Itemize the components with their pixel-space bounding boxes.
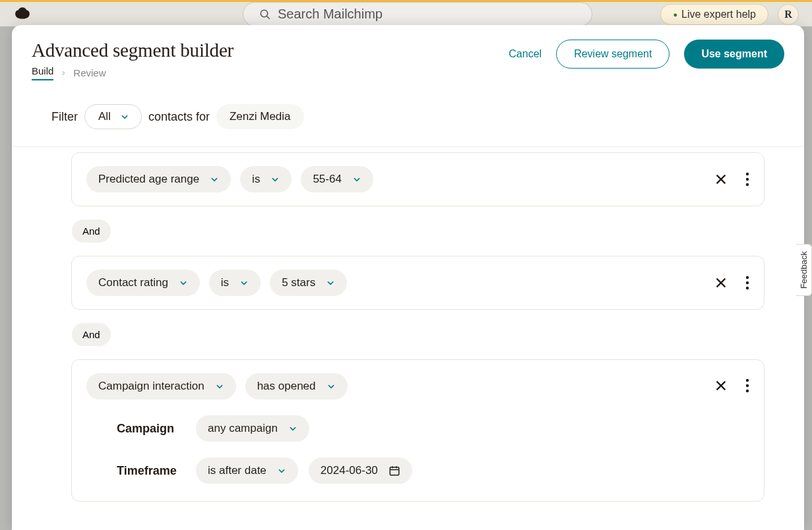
audience-name[interactable]: Zenzi Media xyxy=(216,104,304,129)
campaign-dropdown[interactable]: any campaign xyxy=(196,415,309,442)
use-segment-button[interactable]: Use segment xyxy=(684,40,784,69)
connector-and[interactable]: And xyxy=(72,323,111,346)
modal-header: Advanced segment builder Build Review Ca… xyxy=(12,25,804,91)
feedback-tab[interactable]: Feedback xyxy=(796,244,812,296)
search-icon xyxy=(259,9,271,20)
conditions-area: Predicted age range is 55-64 xyxy=(12,152,804,530)
chevron-down-icon xyxy=(327,382,336,391)
close-icon[interactable] xyxy=(714,276,728,290)
svg-point-5 xyxy=(746,178,749,181)
condition-card: Campaign interaction has opened xyxy=(71,359,765,502)
date-picker[interactable]: 2024-06-30 xyxy=(309,457,412,484)
value-dropdown[interactable]: 5 stars xyxy=(270,270,347,296)
filter-label: Filter xyxy=(51,110,78,124)
svg-point-14 xyxy=(746,379,749,382)
operator-dropdown[interactable]: is xyxy=(240,166,292,192)
campaign-label: Campaign xyxy=(117,422,185,436)
filter-bar: Filter All contacts for Zenzi Media xyxy=(12,91,804,147)
cancel-button[interactable]: Cancel xyxy=(509,48,542,60)
search-placeholder: Search Mailchimp xyxy=(278,7,383,22)
breadcrumb: Build Review xyxy=(32,65,234,80)
search-bar[interactable]: Search Mailchimp xyxy=(243,2,592,26)
svg-point-10 xyxy=(746,281,749,284)
connector: And xyxy=(72,323,765,346)
chevron-down-icon xyxy=(210,175,219,184)
timeframe-op-dropdown[interactable]: is after date xyxy=(196,457,298,484)
chevron-down-icon xyxy=(215,382,224,391)
chevron-down-icon xyxy=(352,175,361,184)
online-dot-icon: ● xyxy=(673,11,677,18)
svg-point-0 xyxy=(261,10,268,17)
svg-point-9 xyxy=(746,276,749,279)
modal-title: Advanced segment builder xyxy=(32,40,234,61)
contacts-for-label: contacts for xyxy=(148,110,210,124)
svg-point-11 xyxy=(746,287,749,289)
chevron-down-icon xyxy=(270,175,280,184)
operator-dropdown[interactable]: is xyxy=(209,270,261,296)
chevron-down-icon xyxy=(120,112,129,121)
connector-and[interactable]: And xyxy=(72,220,111,243)
more-icon[interactable] xyxy=(745,378,749,393)
field-dropdown[interactable]: Predicted age range xyxy=(86,166,231,192)
filter-scope-dropdown[interactable]: All xyxy=(84,104,142,129)
breadcrumb-review[interactable]: Review xyxy=(73,67,106,78)
field-dropdown[interactable]: Campaign interaction xyxy=(86,373,236,399)
timeframe-label: Timeframe xyxy=(117,464,185,478)
svg-point-16 xyxy=(746,390,749,392)
svg-rect-17 xyxy=(390,467,399,475)
value-dropdown[interactable]: 55-64 xyxy=(301,166,373,192)
svg-point-15 xyxy=(746,384,749,387)
timeframe-subrow: Timeframe is after date 2024-06-30 xyxy=(117,457,749,484)
chevron-down-icon xyxy=(326,278,335,287)
avatar[interactable]: R xyxy=(778,4,799,25)
review-segment-button[interactable]: Review segment xyxy=(556,40,670,69)
chevron-right-icon xyxy=(60,70,67,76)
header-actions: Cancel Review segment Use segment xyxy=(509,40,784,69)
svg-line-1 xyxy=(266,16,270,19)
condition-card: Contact rating is 5 stars xyxy=(71,256,765,310)
more-icon[interactable] xyxy=(745,172,749,187)
connector: And xyxy=(72,220,765,243)
breadcrumb-build[interactable]: Build xyxy=(32,65,53,80)
field-dropdown[interactable]: Contact rating xyxy=(86,270,200,296)
svg-point-6 xyxy=(746,183,749,186)
mailchimp-logo-icon xyxy=(13,5,32,24)
modal-body[interactable]: Filter All contacts for Zenzi Media Pred… xyxy=(12,91,804,530)
svg-point-4 xyxy=(746,173,749,175)
condition-card: Predicted age range is 55-64 xyxy=(71,152,765,206)
live-help-button[interactable]: ● Live expert help xyxy=(660,4,768,25)
operator-dropdown[interactable]: has opened xyxy=(245,373,348,399)
more-icon[interactable] xyxy=(745,276,749,290)
segment-builder-modal: Advanced segment builder Build Review Ca… xyxy=(12,25,804,530)
campaign-subrow: Campaign any campaign xyxy=(117,415,749,442)
chevron-down-icon xyxy=(277,466,286,475)
close-icon[interactable] xyxy=(714,172,728,187)
background-header: Search Mailchimp ● Live expert help R xyxy=(0,0,812,26)
chevron-down-icon xyxy=(239,278,249,287)
chevron-down-icon xyxy=(288,424,297,433)
close-icon[interactable] xyxy=(714,378,728,393)
chevron-down-icon xyxy=(179,278,188,287)
calendar-icon xyxy=(389,465,400,477)
